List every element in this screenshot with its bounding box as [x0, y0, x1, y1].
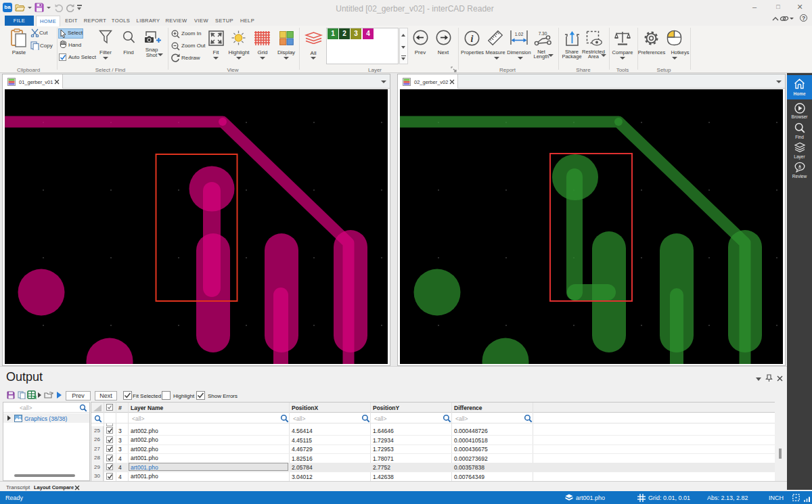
svg-text:7.30: 7.30 [539, 31, 547, 36]
svg-text:1.02: 1.02 [515, 32, 524, 37]
svg-text:i: i [471, 34, 474, 44]
